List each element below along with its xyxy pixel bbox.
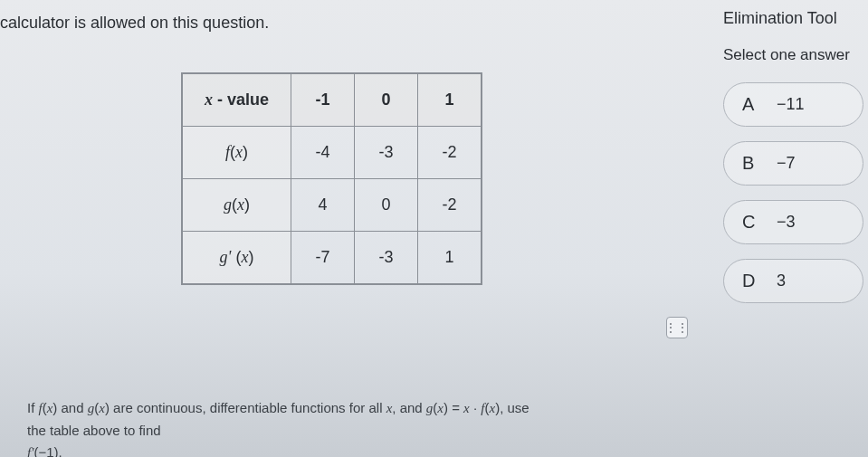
question-line-3: f'(−1).: [27, 443, 679, 457]
table-row: x - value -1 0 1: [183, 74, 482, 127]
row-header-xvalue: x - value: [183, 74, 291, 127]
row-header-gprimex: g' (x): [183, 232, 291, 284]
table-row: g' (x) -7 -3 1: [183, 232, 482, 284]
answer-letter: A: [742, 94, 760, 115]
question-line-1: If f(x) and g(x) are continuous, differe…: [27, 398, 679, 419]
question-line-2: the table above to find: [27, 421, 679, 442]
answer-panel: Elimination Tool Select one answer A −11…: [719, 0, 868, 457]
answer-value: −11: [777, 95, 805, 114]
table-cell: 0: [355, 179, 418, 232]
table-cell: -4: [291, 127, 355, 179]
question-statement: If f(x) and g(x) are continuous, differe…: [27, 398, 679, 457]
answer-letter: C: [742, 212, 760, 233]
answer-option-b[interactable]: B −7: [723, 141, 863, 186]
table-cell: -2: [418, 179, 482, 232]
table-cell: -7: [291, 232, 355, 284]
table-row: g(x) 4 0 -2: [183, 179, 482, 232]
data-table: x - value -1 0 1 f(x) -4 -3 -2 g(x) 4 0 …: [181, 72, 482, 285]
table-cell: -1: [291, 74, 355, 127]
answer-letter: B: [742, 153, 760, 174]
answer-value: −3: [777, 213, 796, 232]
answer-value: 3: [777, 271, 786, 290]
elimination-tool-title: Elimination Tool: [719, 9, 868, 28]
table-cell: 4: [291, 179, 355, 232]
table-cell: 0: [355, 74, 418, 127]
row-header-fx: f(x): [183, 127, 291, 179]
question-area: calculator is allowed on this question. …: [0, 0, 715, 457]
answer-option-c[interactable]: C −3: [723, 200, 863, 244]
answer-option-a[interactable]: A −11: [723, 82, 863, 127]
table-cell: 1: [418, 74, 482, 127]
answer-option-d[interactable]: D 3: [723, 259, 863, 303]
row-header-gx: g(x): [183, 179, 291, 232]
table-cell: -2: [418, 127, 482, 179]
table-cell: -3: [355, 127, 418, 179]
table-row: f(x) -4 -3 -2: [183, 127, 482, 179]
calculator-allowed-note: calculator is allowed on this question.: [0, 14, 269, 33]
table-cell: 1: [418, 232, 482, 284]
drag-handle-icon[interactable]: ⋮⋮: [666, 317, 688, 338]
table-cell: -3: [355, 232, 418, 284]
answer-letter: D: [742, 271, 760, 291]
answer-value: −7: [777, 154, 796, 173]
select-one-answer-label: Select one answer: [719, 46, 868, 64]
